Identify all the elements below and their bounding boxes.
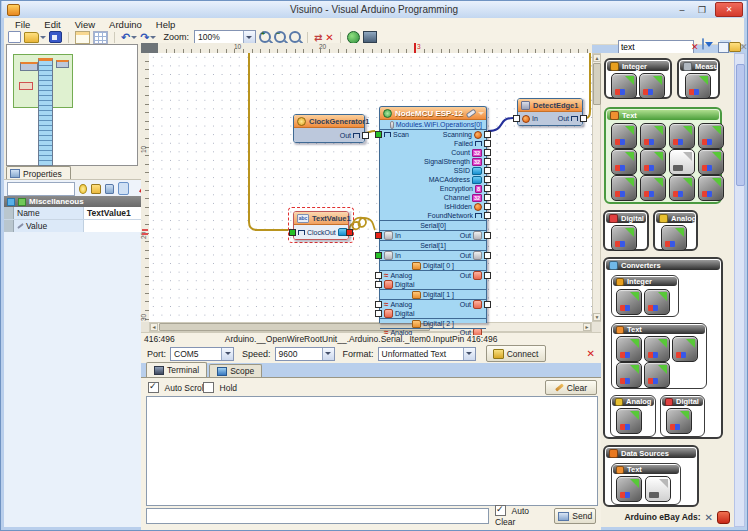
wrench-icon[interactable] [466,108,477,117]
textvalue-clock-connector[interactable] [289,229,296,236]
property-row-name[interactable]: Name TextValue1 [4,207,141,220]
serial0-out-connector[interactable] [484,232,491,239]
palette-group-analog[interactable]: Analog [653,210,698,251]
palette-component-icon[interactable] [616,362,642,388]
maximize-button[interactable]: ❐ [695,5,709,15]
palette-component-icon[interactable] [640,175,666,201]
palette-subgroup-ds-text[interactable]: Text [611,463,681,505]
palette-component-icon[interactable] [611,123,637,149]
view-toggle-2-button[interactable] [93,31,108,44]
palette-component-icon[interactable] [640,123,666,149]
scan-connector[interactable] [375,131,382,138]
digital0-digital-connector[interactable] [375,281,382,288]
block-nodemcu-esp12[interactable]: NodeMCU ESP-12 Modules.WiFi.Operations[0… [379,106,487,323]
palette-component-icon[interactable] [611,73,637,99]
palette-component-icon[interactable] [669,149,695,175]
palette-subgroup-conv-digital[interactable]: Digital [660,395,705,437]
scroll-right-icon[interactable]: ► [583,323,591,331]
palette-component-icon[interactable] [698,175,724,201]
format-select[interactable]: Unformatted Text [378,347,476,361]
clear-search-icon[interactable]: ✕ [691,41,699,53]
auto-clear-checkbox[interactable]: Auto Clear [495,505,548,527]
scroll-down-icon[interactable]: ▼ [593,313,601,321]
zoom-out-button[interactable]: − [274,31,286,44]
nodemcu-module-row[interactable]: Modules.WiFi.Operations[0] [380,120,486,129]
palette-component-icon[interactable] [698,149,724,175]
menu-help[interactable]: Help [149,19,183,30]
menu-file[interactable]: File [8,19,37,30]
delete-button[interactable]: ✕ [325,31,333,44]
palette-subgroup-conv-text[interactable]: Text [611,323,707,389]
failed-connector[interactable] [484,140,491,147]
palette-component-icon[interactable] [685,73,711,99]
vscroll-thumb[interactable] [593,63,601,105]
palette-component-icon[interactable] [616,336,642,362]
palette-group-text[interactable]: Text [604,107,722,204]
tab-scope[interactable]: Scope [209,364,262,377]
tools-icon[interactable]: ✕ [705,512,713,523]
palette-component-icon[interactable] [611,225,637,251]
ssid-connector[interactable] [484,167,491,174]
detectedge-in-connector[interactable] [513,115,520,122]
terminal-output[interactable] [146,396,598,506]
tab-terminal[interactable]: Terminal [146,362,207,377]
zoom-in-button[interactable]: + [259,31,271,44]
sort-toggle-icon[interactable] [118,182,128,195]
clockgen-out-connector[interactable] [362,132,369,139]
open-button[interactable] [24,31,46,44]
textvalue-out-connector[interactable] [346,229,353,236]
tab-properties[interactable]: Properties [6,166,71,180]
digital1-digital-connector[interactable] [375,310,382,317]
auto-scroll-checkbox[interactable]: Auto Scroll [148,382,206,393]
palette-component-icon[interactable] [644,289,670,315]
serial1-out-connector[interactable] [484,252,491,259]
scroll-left-icon[interactable]: ◄ [150,323,158,331]
digital1-out-connector[interactable] [484,301,491,308]
palette-component-icon[interactable] [669,123,695,149]
undo-button[interactable]: ↶ [121,31,137,44]
palette-component-icon[interactable] [672,336,698,362]
connect-button[interactable]: Connect [486,345,546,362]
palette-scrollbar[interactable] [734,53,745,527]
ishidden-connector[interactable] [484,203,491,210]
canvas-vscrollbar[interactable]: ▲ ▼ [592,53,601,322]
palette-component-icon[interactable] [616,289,642,315]
macaddress-connector[interactable] [484,176,491,183]
bulb-icon[interactable] [79,184,87,194]
palette-component-icon[interactable] [644,362,670,388]
copy-docs-icon[interactable] [718,42,729,53]
block-clockgenerator1[interactable]: ClockGenerator1 Out [293,114,365,143]
send-input[interactable] [146,508,489,524]
signalstrength-connector[interactable] [484,158,491,165]
detectedge-out-connector[interactable] [580,115,587,122]
checkbox-checked-icon[interactable] [495,505,506,516]
clear-button[interactable]: Clear [545,380,597,395]
palette-scroll-thumb[interactable] [736,64,745,186]
encryption-connector[interactable] [484,185,491,192]
digital0-out-connector[interactable] [484,272,491,279]
property-value-value[interactable] [84,220,141,232]
zoom-reset-button[interactable] [289,31,301,44]
palette-group-integer[interactable]: Integer [604,58,672,99]
checkbox-checked-icon[interactable] [148,382,159,393]
chevron-down-icon[interactable] [478,112,484,115]
palette-component-icon[interactable] [611,149,637,175]
filter-button[interactable] [702,38,704,50]
close-panel-icon[interactable]: ✕ [740,41,748,53]
palette-group-converters[interactable]: Converters Integer Text Analog Digital [603,257,723,439]
palette-component-icon[interactable] [640,149,666,175]
property-name-value[interactable]: TextValue1 [84,207,141,219]
palette-component-icon[interactable] [616,408,642,434]
collapse-folder-icon[interactable] [105,184,115,194]
design-canvas[interactable] [149,53,592,322]
scroll-up-icon[interactable]: ▲ [593,54,601,62]
expand-folder-icon[interactable] [91,184,101,194]
palette-search-input[interactable] [618,40,694,54]
palette-component-icon[interactable] [669,175,695,201]
palette-group-measure[interactable]: Measure [677,58,720,99]
digital1-analog-connector[interactable] [375,301,382,308]
checkbox-unchecked-icon[interactable] [203,382,214,393]
nodemcu-header[interactable]: NodeMCU ESP-12 [380,107,486,120]
palette-group-data-sources[interactable]: Data Sources Text [603,445,699,507]
detectedge1-header[interactable]: DetectEdge1 [518,99,582,112]
